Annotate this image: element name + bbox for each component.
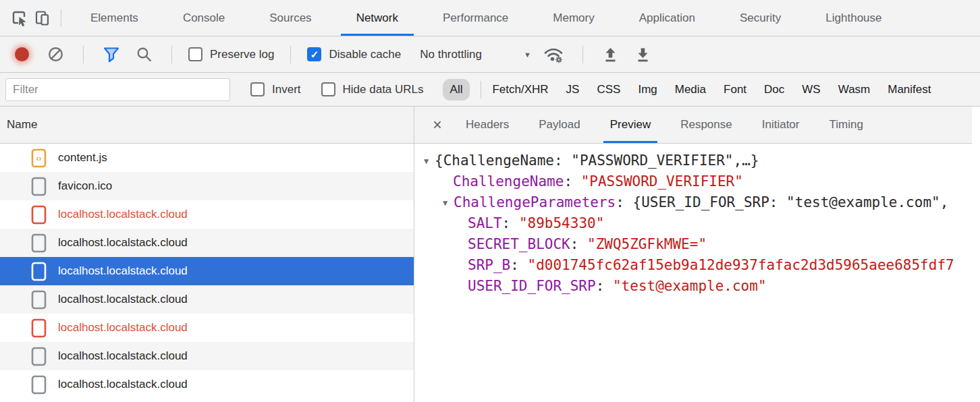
- tab-network[interactable]: Network: [334, 0, 420, 36]
- expand-triangle-icon[interactable]: ▼: [424, 151, 435, 171]
- table-row[interactable]: localhost.localstack.cloud: [0, 229, 414, 257]
- json-preview-tree: ▼{ChallengeName: "PASSWORD_VERIFIER",…} …: [414, 144, 980, 402]
- preserve-log-group: Preserve log: [188, 47, 274, 61]
- chevron-down-icon: ▼: [524, 51, 531, 59]
- check-icon: ✓: [310, 49, 319, 59]
- network-content: Name ‹› content.js favicon.ico loc: [0, 107, 980, 402]
- hide-data-urls-checkbox[interactable]: [321, 82, 335, 96]
- invert-group: Invert: [250, 82, 301, 96]
- expand-triangle-icon[interactable]: ▼: [443, 193, 454, 213]
- divider: [61, 9, 61, 27]
- name-column-header[interactable]: Name: [0, 107, 414, 144]
- document-icon: [31, 233, 47, 253]
- tab-sources[interactable]: Sources: [247, 0, 333, 36]
- tab-headers[interactable]: Headers: [455, 107, 520, 143]
- filter-category-ws[interactable]: WS: [802, 83, 820, 96]
- search-icon[interactable]: [132, 43, 155, 66]
- table-row[interactable]: localhost.localstack.cloud: [0, 342, 414, 370]
- table-row[interactable]: ‹› content.js: [0, 144, 414, 172]
- filter-category-img[interactable]: Img: [638, 83, 657, 96]
- tab-timing[interactable]: Timing: [818, 107, 873, 143]
- filter-category-wasm[interactable]: Wasm: [838, 83, 871, 96]
- json-root-node[interactable]: ▼{ChallengeName: "PASSWORD_VERIFIER",…}: [424, 150, 980, 171]
- hide-data-urls-label: Hide data URLs: [343, 83, 424, 96]
- detail-tabbar: × Headers Payload Preview Response Initi…: [414, 107, 972, 144]
- throttling-value: No throttling: [420, 48, 482, 61]
- request-name: localhost.localstack.cloud: [58, 378, 188, 391]
- filter-category-font[interactable]: Font: [724, 83, 746, 96]
- table-row[interactable]: favicon.ico: [0, 172, 414, 200]
- tab-initiator[interactable]: Initiator: [751, 107, 811, 143]
- request-rows: ‹› content.js favicon.ico localhost.loca…: [0, 144, 414, 402]
- disable-cache-checkbox[interactable]: ✓: [307, 47, 321, 61]
- clear-icon[interactable]: [44, 43, 67, 66]
- json-object-node[interactable]: ▼ChallengeParameters: {USER_ID_FOR_SRP: …: [424, 192, 980, 213]
- inspect-element-icon[interactable]: [8, 7, 31, 30]
- script-file-icon: ‹›: [31, 148, 47, 168]
- filter-input[interactable]: [5, 78, 230, 101]
- disable-cache-group: ✓ Disable cache: [307, 47, 401, 61]
- request-name: localhost.localstack.cloud: [58, 208, 188, 221]
- tab-payload[interactable]: Payload: [528, 107, 591, 143]
- request-name: localhost.localstack.cloud: [58, 349, 188, 363]
- json-property[interactable]: ChallengeName: "PASSWORD_VERIFIER": [424, 171, 980, 192]
- json-property[interactable]: SRP_B: "d001745fc62af15eb9a12de937fafac2…: [424, 255, 980, 276]
- document-icon: [31, 177, 47, 196]
- filter-category-doc[interactable]: Doc: [764, 83, 784, 96]
- table-row[interactable]: localhost.localstack.cloud: [0, 200, 414, 229]
- filter-category-media[interactable]: Media: [675, 83, 706, 96]
- filter-category-js[interactable]: JS: [566, 83, 580, 96]
- devtools-tabbar: Elements Console Sources Network Perform…: [0, 0, 980, 36]
- request-name: localhost.localstack.cloud: [58, 264, 188, 278]
- request-name: favicon.ico: [58, 179, 112, 193]
- svg-text:‹›: ‹›: [36, 154, 42, 163]
- document-icon: [31, 347, 47, 366]
- document-icon: [31, 318, 47, 338]
- table-row-selected[interactable]: localhost.localstack.cloud: [0, 257, 414, 285]
- filter-icon[interactable]: [100, 43, 123, 66]
- tab-memory[interactable]: Memory: [530, 0, 616, 36]
- json-property[interactable]: USER_ID_FOR_SRP: "test@example.com": [424, 276, 980, 297]
- import-har-icon[interactable]: [599, 43, 622, 66]
- document-icon: [31, 205, 47, 225]
- document-icon: [31, 290, 47, 310]
- record-button[interactable]: [15, 47, 29, 61]
- network-toolbar: Preserve log ✓ Disable cache No throttli…: [0, 36, 980, 73]
- tab-lighthouse[interactable]: Lighthouse: [803, 0, 904, 36]
- preserve-log-checkbox[interactable]: [188, 47, 202, 61]
- divider: [83, 46, 84, 63]
- request-name: localhost.localstack.cloud: [58, 236, 188, 250]
- preserve-log-label: Preserve log: [210, 48, 274, 61]
- request-detail-panel: × Headers Payload Preview Response Initi…: [414, 107, 980, 402]
- tab-preview[interactable]: Preview: [599, 107, 661, 143]
- divider: [171, 46, 172, 63]
- network-conditions-icon[interactable]: [541, 43, 566, 66]
- table-row[interactable]: localhost.localstack.cloud: [0, 314, 414, 342]
- tab-response[interactable]: Response: [670, 107, 743, 143]
- export-har-icon[interactable]: [632, 43, 655, 66]
- table-row[interactable]: localhost.localstack.cloud: [0, 370, 414, 399]
- tab-console[interactable]: Console: [161, 0, 247, 36]
- throttling-select[interactable]: No throttling ▼: [420, 48, 531, 61]
- tab-application[interactable]: Application: [617, 0, 717, 36]
- filter-category-manifest[interactable]: Manifest: [888, 83, 931, 96]
- close-icon[interactable]: ×: [424, 107, 451, 143]
- json-property[interactable]: SECRET_BLOCK: "ZWQ5ZGFkMWE=": [424, 234, 980, 255]
- filter-category-all[interactable]: All: [443, 79, 470, 100]
- json-property[interactable]: SALT: "89b54330": [424, 213, 980, 234]
- table-row[interactable]: localhost.localstack.cloud: [0, 285, 414, 314]
- filter-category-fetch-xhr[interactable]: Fetch/XHR: [492, 83, 548, 96]
- tab-performance[interactable]: Performance: [420, 0, 530, 36]
- divider: [290, 46, 291, 63]
- filter-bar: Invert Hide data URLs All Fetch/XHR JS C…: [0, 73, 980, 107]
- document-icon: [31, 262, 47, 281]
- tab-elements[interactable]: Elements: [68, 0, 161, 36]
- filter-category-css[interactable]: CSS: [597, 83, 620, 96]
- device-toolbar-icon[interactable]: [31, 7, 54, 30]
- json-root-preview: {ChallengeName: "PASSWORD_VERIFIER",…}: [435, 152, 759, 169]
- tab-security[interactable]: Security: [717, 0, 803, 36]
- request-name: localhost.localstack.cloud: [58, 293, 188, 306]
- disable-cache-label: Disable cache: [329, 48, 401, 61]
- invert-checkbox[interactable]: [250, 82, 265, 96]
- document-icon: [31, 375, 47, 395]
